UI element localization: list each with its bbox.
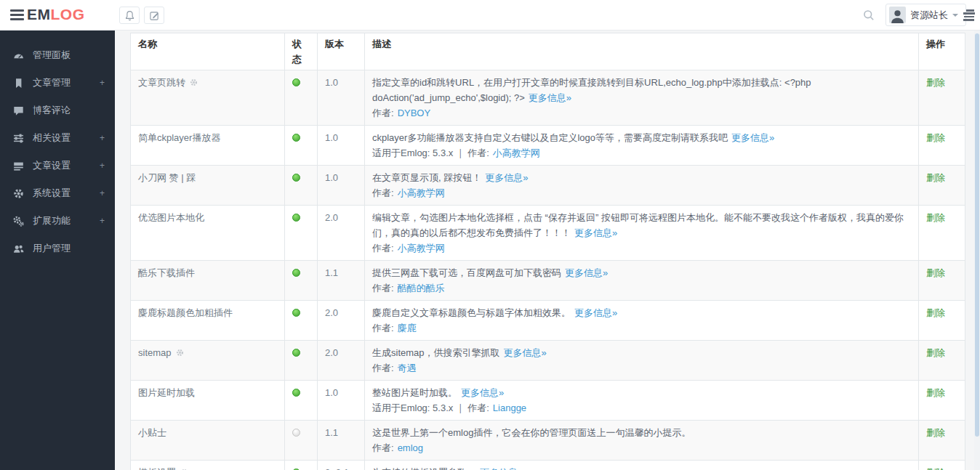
author-link[interactable]: emlog: [398, 442, 423, 453]
sidebar-item-dashboard[interactable]: 管理面板: [0, 41, 115, 69]
status-dot[interactable]: [292, 134, 300, 142]
author-link[interactable]: 酷酷的酷乐: [398, 283, 445, 293]
plugin-meta: 适用于Emlog: 5.3.x ｜ 作者:Liangge: [372, 400, 911, 416]
plugin-action-cell: 删除: [919, 301, 965, 341]
plugin-version: 2.0: [318, 206, 365, 261]
plugin-status-cell: [285, 461, 318, 470]
meta-prefix: 作者:: [372, 108, 394, 118]
status-dot[interactable]: [292, 269, 300, 277]
comment-icon: [13, 105, 25, 116]
delete-link[interactable]: 删除: [926, 172, 945, 183]
sidebar-item-label: 用户管理: [33, 242, 71, 255]
status-dot[interactable]: [292, 349, 300, 357]
sidebar-item-users[interactable]: 用户管理: [0, 235, 115, 262]
plugin-meta: 作者:小高教学网: [372, 240, 911, 256]
author-link[interactable]: 麋鹿: [398, 323, 417, 333]
more-info-link[interactable]: 更多信息»: [565, 267, 608, 278]
sidebar-item-extensions[interactable]: 扩展功能 +: [0, 207, 115, 235]
delete-link[interactable]: 删除: [926, 467, 945, 470]
plugin-description-cell: 在文章页显示顶, 踩按钮！更多信息» 作者:小高教学网: [365, 166, 919, 206]
plugin-name-cell: 优选图片本地化: [131, 206, 285, 261]
plugin-version: 1.1: [318, 261, 365, 301]
description-text: ckplayer多功能播放器支持自定义右键以及自定义logo等等，需要高度定制请…: [372, 132, 728, 143]
plugin-meta: 作者:酷酷的酷乐: [372, 280, 911, 296]
user-menu[interactable]: 资源站长: [885, 4, 966, 26]
more-info-link[interactable]: 更多信息»: [461, 387, 504, 398]
plugin-description-cell: 麋鹿自定义文章标题颜色与标题字体加粗效果。更多信息» 作者:麋鹿: [365, 301, 919, 341]
sidebar-item-related-settings[interactable]: 相关设置 +: [0, 124, 115, 152]
plugin-description: 编辑文章，勾选图片本地化选择框，点击 “保存并返回” 按钮即可将远程图片本地化。…: [372, 210, 911, 240]
plugin-version: 2+2.1: [318, 461, 365, 470]
delete-link[interactable]: 删除: [926, 387, 945, 398]
expand-plus-icon: +: [100, 216, 105, 226]
sidebar-item-label: 博客评论: [33, 104, 71, 117]
plugin-name-cell: 小刀网 赞 | 踩: [131, 166, 285, 206]
status-dot[interactable]: [292, 174, 300, 182]
scrollbar-thumb[interactable]: [975, 33, 979, 437]
plugin-name-cell: 文章页跳转: [131, 70, 285, 126]
delete-link[interactable]: 删除: [926, 212, 945, 223]
more-info-link[interactable]: 更多信息»: [480, 467, 523, 470]
control-sidebar-toggle-icon[interactable]: [963, 9, 976, 23]
plugin-action-cell: 删除: [919, 166, 965, 206]
plugin-version: 1.0: [318, 166, 365, 206]
plugin-name-cell: 麋鹿标题颜色加粗插件: [131, 301, 285, 341]
more-info-link[interactable]: 更多信息»: [485, 172, 528, 183]
status-dot[interactable]: [292, 389, 300, 397]
more-info-link[interactable]: 更多信息»: [731, 132, 774, 143]
header-name: 名称: [131, 33, 285, 70]
notifications-button[interactable]: [119, 7, 140, 24]
sidebar-item-article-settings[interactable]: 文章设置 +: [0, 152, 115, 179]
app-logo[interactable]: EMLOG: [27, 6, 85, 23]
plugin-name: sitemap: [138, 347, 172, 358]
author-link[interactable]: DYBOY: [398, 108, 431, 118]
search-icon[interactable]: [863, 9, 875, 21]
plugin-settings-gear-icon[interactable]: [190, 78, 198, 89]
author-link[interactable]: Liangge: [493, 402, 526, 413]
plugin-description-cell: 生成sitemap，供搜索引擎抓取更多信息» 作者:奇遇: [365, 341, 919, 381]
more-info-link[interactable]: 更多信息»: [504, 347, 547, 358]
plugin-action-cell: 删除: [919, 381, 965, 421]
header-description: 描述: [365, 33, 919, 70]
expand-plus-icon: +: [100, 188, 105, 198]
author-link[interactable]: 小高教学网: [398, 243, 445, 254]
expand-plus-icon: +: [100, 78, 105, 88]
more-info-link[interactable]: 更多信息»: [574, 227, 617, 238]
author-link[interactable]: 小高教学网: [398, 187, 445, 198]
plugin-description-cell: 指定文章的id和跳转URL，在用户打开文章的时候直接跳转到目标URL,echo_…: [365, 70, 919, 126]
author-link[interactable]: 小高教学网: [493, 147, 540, 158]
author-link[interactable]: 奇遇: [398, 362, 417, 373]
plugin-name-cell: 小贴士: [131, 421, 285, 461]
meta-prefix: 适用于Emlog: 5.3.x ｜ 作者:: [372, 402, 489, 413]
delete-link[interactable]: 删除: [926, 347, 945, 358]
sidebar-item-system-settings[interactable]: 系统设置 +: [0, 179, 115, 207]
status-dot[interactable]: [292, 429, 300, 437]
plugin-name-cell: sitemap: [131, 341, 285, 381]
sidebar-item-articles[interactable]: 文章管理 +: [0, 69, 115, 97]
plugin-settings-gear-icon[interactable]: [176, 348, 184, 359]
plugin-row: 优选图片本地化 2.0 编辑文章，勾选图片本地化选择框，点击 “保存并返回” 按…: [131, 206, 965, 261]
plugin-version: 1.0: [318, 126, 365, 166]
status-dot[interactable]: [292, 214, 300, 222]
delete-link[interactable]: 删除: [926, 427, 945, 438]
delete-link[interactable]: 删除: [926, 307, 945, 318]
logo-text-em: EM: [27, 6, 51, 23]
description-text: 编辑文章，勾选图片本地化选择框，点击 “保存并返回” 按钮即可将远程图片本地化。…: [372, 212, 904, 238]
plugin-version: 2.0: [318, 341, 365, 381]
delete-link[interactable]: 删除: [926, 77, 945, 88]
plugin-action-cell: 删除: [919, 461, 965, 470]
description-text: 整站图片延时加载。: [372, 387, 457, 398]
plugin-row: 麋鹿标题颜色加粗插件 2.0 麋鹿自定义文章标题颜色与标题字体加粗效果。更多信息…: [131, 301, 965, 341]
status-dot[interactable]: [292, 78, 300, 86]
delete-link[interactable]: 删除: [926, 132, 945, 143]
more-info-link[interactable]: 更多信息»: [529, 92, 571, 103]
compose-button[interactable]: [144, 7, 164, 24]
sidebar-item-comments[interactable]: 博客评论: [0, 97, 115, 124]
sliders-icon: [13, 133, 25, 144]
delete-link[interactable]: 删除: [926, 267, 945, 278]
status-dot[interactable]: [292, 309, 300, 317]
plugin-status-cell: [285, 381, 318, 421]
more-info-link[interactable]: 更多信息»: [574, 307, 617, 318]
menu-toggle-icon[interactable]: [10, 9, 24, 21]
plugin-name: 图片延时加载: [138, 387, 195, 398]
